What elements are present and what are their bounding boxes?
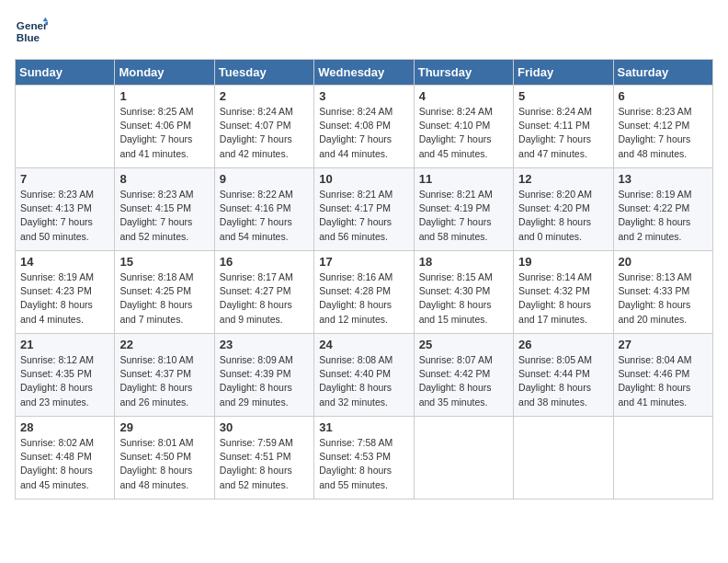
- calendar-cell: 17Sunrise: 8:16 AM Sunset: 4:28 PM Dayli…: [314, 251, 414, 334]
- day-number: 30: [220, 420, 309, 434]
- day-number: 18: [419, 255, 508, 269]
- day-number: 17: [319, 255, 408, 269]
- calendar-cell: 12Sunrise: 8:20 AM Sunset: 4:20 PM Dayli…: [514, 168, 613, 251]
- day-number: 1: [119, 89, 209, 103]
- day-info: Sunrise: 8:23 AM Sunset: 4:13 PM Dayligh…: [20, 188, 109, 244]
- calendar-table: SundayMondayTuesdayWednesdayThursdayFrid…: [15, 59, 713, 500]
- day-info: Sunrise: 7:59 AM Sunset: 4:51 PM Dayligh…: [220, 436, 309, 492]
- calendar-cell: 20Sunrise: 8:13 AM Sunset: 4:33 PM Dayli…: [613, 251, 712, 334]
- day-number: 31: [319, 420, 408, 434]
- logo-icon: General Blue: [15, 15, 48, 48]
- calendar-cell: 10Sunrise: 8:21 AM Sunset: 4:17 PM Dayli…: [314, 168, 414, 251]
- day-info: Sunrise: 8:08 AM Sunset: 4:40 PM Dayligh…: [319, 353, 408, 409]
- calendar-cell: 3Sunrise: 8:24 AM Sunset: 4:08 PM Daylig…: [314, 86, 414, 168]
- calendar-cell: 22Sunrise: 8:10 AM Sunset: 4:37 PM Dayli…: [115, 334, 214, 417]
- day-info: Sunrise: 8:04 AM Sunset: 4:46 PM Dayligh…: [619, 353, 708, 409]
- day-info: Sunrise: 8:19 AM Sunset: 4:23 PM Dayligh…: [20, 270, 109, 327]
- calendar-cell: 8Sunrise: 8:23 AM Sunset: 4:15 PM Daylig…: [115, 168, 214, 251]
- calendar-body: 1Sunrise: 8:25 AM Sunset: 4:06 PM Daylig…: [16, 86, 713, 500]
- day-info: Sunrise: 8:07 AM Sunset: 4:42 PM Dayligh…: [419, 353, 508, 409]
- day-number: 3: [319, 89, 408, 103]
- day-number: 5: [518, 89, 608, 103]
- day-number: 12: [518, 172, 608, 186]
- day-number: 10: [319, 172, 408, 186]
- week-row-5: 28Sunrise: 8:02 AM Sunset: 4:48 PM Dayli…: [16, 417, 713, 500]
- day-info: Sunrise: 8:23 AM Sunset: 4:15 PM Dayligh…: [119, 188, 209, 244]
- day-info: Sunrise: 7:58 AM Sunset: 4:53 PM Dayligh…: [319, 436, 408, 492]
- day-info: Sunrise: 8:09 AM Sunset: 4:39 PM Dayligh…: [220, 353, 309, 409]
- calendar-cell: 21Sunrise: 8:12 AM Sunset: 4:35 PM Dayli…: [16, 334, 115, 417]
- day-info: Sunrise: 8:18 AM Sunset: 4:25 PM Dayligh…: [119, 270, 209, 327]
- calendar-cell: 11Sunrise: 8:21 AM Sunset: 4:19 PM Dayli…: [414, 168, 513, 251]
- day-info: Sunrise: 8:16 AM Sunset: 4:28 PM Dayligh…: [319, 270, 408, 327]
- header-wednesday: Wednesday: [314, 60, 414, 86]
- calendar-cell: 1Sunrise: 8:25 AM Sunset: 4:06 PM Daylig…: [115, 86, 214, 168]
- logo: General Blue: [15, 15, 48, 48]
- day-number: 13: [619, 172, 708, 186]
- calendar-cell: 9Sunrise: 8:22 AM Sunset: 4:16 PM Daylig…: [214, 168, 313, 251]
- day-info: Sunrise: 8:01 AM Sunset: 4:50 PM Dayligh…: [119, 436, 209, 492]
- header-saturday: Saturday: [613, 60, 712, 86]
- day-info: Sunrise: 8:12 AM Sunset: 4:35 PM Dayligh…: [20, 353, 109, 409]
- calendar-cell: 13Sunrise: 8:19 AM Sunset: 4:22 PM Dayli…: [613, 168, 712, 251]
- calendar-cell: 15Sunrise: 8:18 AM Sunset: 4:25 PM Dayli…: [115, 251, 214, 334]
- calendar-cell: 28Sunrise: 8:02 AM Sunset: 4:48 PM Dayli…: [16, 417, 115, 500]
- day-number: 23: [220, 338, 309, 351]
- week-row-1: 1Sunrise: 8:25 AM Sunset: 4:06 PM Daylig…: [16, 86, 713, 168]
- day-number: 9: [220, 172, 309, 186]
- calendar-cell: 19Sunrise: 8:14 AM Sunset: 4:32 PM Dayli…: [514, 251, 613, 334]
- day-number: 21: [20, 338, 109, 351]
- header-tuesday: Tuesday: [214, 60, 313, 86]
- calendar-cell: 2Sunrise: 8:24 AM Sunset: 4:07 PM Daylig…: [214, 86, 313, 168]
- calendar-cell: 24Sunrise: 8:08 AM Sunset: 4:40 PM Dayli…: [314, 334, 414, 417]
- day-info: Sunrise: 8:23 AM Sunset: 4:12 PM Dayligh…: [619, 105, 708, 161]
- day-number: 14: [20, 255, 109, 269]
- calendar-cell: 4Sunrise: 8:24 AM Sunset: 4:10 PM Daylig…: [414, 86, 513, 168]
- day-number: 7: [20, 172, 109, 186]
- calendar-cell: 27Sunrise: 8:04 AM Sunset: 4:46 PM Dayli…: [613, 334, 712, 417]
- day-number: 24: [319, 338, 408, 351]
- week-row-4: 21Sunrise: 8:12 AM Sunset: 4:35 PM Dayli…: [16, 334, 713, 417]
- day-info: Sunrise: 8:19 AM Sunset: 4:22 PM Dayligh…: [619, 188, 708, 244]
- calendar-cell: 6Sunrise: 8:23 AM Sunset: 4:12 PM Daylig…: [613, 86, 712, 168]
- day-number: 2: [220, 89, 309, 103]
- day-info: Sunrise: 8:24 AM Sunset: 4:08 PM Dayligh…: [319, 105, 408, 161]
- page-header: General Blue: [15, 15, 713, 48]
- week-row-2: 7Sunrise: 8:23 AM Sunset: 4:13 PM Daylig…: [16, 168, 713, 251]
- day-info: Sunrise: 8:21 AM Sunset: 4:19 PM Dayligh…: [419, 188, 508, 244]
- day-info: Sunrise: 8:24 AM Sunset: 4:07 PM Dayligh…: [220, 105, 309, 161]
- calendar-cell: 31Sunrise: 7:58 AM Sunset: 4:53 PM Dayli…: [314, 417, 414, 500]
- day-number: 26: [518, 338, 608, 351]
- day-number: 6: [619, 89, 708, 103]
- calendar-header: SundayMondayTuesdayWednesdayThursdayFrid…: [16, 60, 713, 86]
- day-info: Sunrise: 8:05 AM Sunset: 4:44 PM Dayligh…: [518, 353, 608, 409]
- calendar-cell: [16, 86, 115, 168]
- day-info: Sunrise: 8:20 AM Sunset: 4:20 PM Dayligh…: [518, 188, 608, 244]
- header-monday: Monday: [115, 60, 214, 86]
- calendar-cell: 30Sunrise: 7:59 AM Sunset: 4:51 PM Dayli…: [214, 417, 313, 500]
- day-number: 11: [419, 172, 508, 186]
- day-info: Sunrise: 8:21 AM Sunset: 4:17 PM Dayligh…: [319, 188, 408, 244]
- calendar-cell: 14Sunrise: 8:19 AM Sunset: 4:23 PM Dayli…: [16, 251, 115, 334]
- day-info: Sunrise: 8:24 AM Sunset: 4:11 PM Dayligh…: [518, 105, 608, 161]
- svg-text:Blue: Blue: [17, 31, 40, 43]
- day-number: 15: [119, 255, 209, 269]
- day-info: Sunrise: 8:25 AM Sunset: 4:06 PM Dayligh…: [119, 105, 209, 161]
- header-thursday: Thursday: [414, 60, 513, 86]
- day-info: Sunrise: 8:15 AM Sunset: 4:30 PM Dayligh…: [419, 270, 508, 327]
- day-info: Sunrise: 8:22 AM Sunset: 4:16 PM Dayligh…: [220, 188, 309, 244]
- day-info: Sunrise: 8:14 AM Sunset: 4:32 PM Dayligh…: [518, 270, 608, 327]
- calendar-cell: 7Sunrise: 8:23 AM Sunset: 4:13 PM Daylig…: [16, 168, 115, 251]
- week-row-3: 14Sunrise: 8:19 AM Sunset: 4:23 PM Dayli…: [16, 251, 713, 334]
- day-number: 19: [518, 255, 608, 269]
- calendar-cell: 29Sunrise: 8:01 AM Sunset: 4:50 PM Dayli…: [115, 417, 214, 500]
- calendar-cell: 23Sunrise: 8:09 AM Sunset: 4:39 PM Dayli…: [214, 334, 313, 417]
- day-number: 16: [220, 255, 309, 269]
- header-sunday: Sunday: [16, 60, 115, 86]
- calendar-cell: 5Sunrise: 8:24 AM Sunset: 4:11 PM Daylig…: [514, 86, 613, 168]
- calendar-cell: [613, 417, 712, 500]
- calendar-cell: [514, 417, 613, 500]
- day-number: 22: [119, 338, 209, 351]
- day-info: Sunrise: 8:10 AM Sunset: 4:37 PM Dayligh…: [119, 353, 209, 409]
- day-number: 8: [119, 172, 209, 186]
